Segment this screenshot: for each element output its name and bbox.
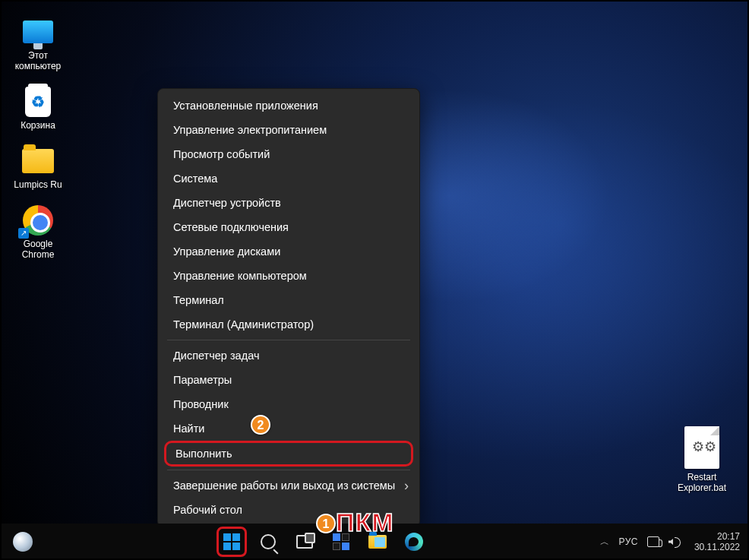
desktop-icon-label: Корзина bbox=[9, 120, 67, 131]
desktop-icon-folder[interactable]: Lumpics Ru bbox=[9, 144, 67, 190]
desktop[interactable]: { "desktop_icons": [ { "id": "this-pc", … bbox=[0, 0, 749, 560]
desktop-icon-label: Этоткомпьютер bbox=[9, 50, 67, 71]
annotation-badge-1: 1 bbox=[316, 514, 336, 533]
edge-icon bbox=[405, 533, 423, 551]
desktop-icon-chrome[interactable]: ↗ GoogleChrome bbox=[9, 204, 67, 260]
context-menu-item[interactable]: Найти bbox=[158, 416, 419, 441]
context-menu-item[interactable]: Терминал bbox=[158, 288, 419, 312]
windows-logo-icon bbox=[223, 533, 240, 550]
desktop-icon-recycle-bin[interactable]: ♻ Корзина bbox=[9, 85, 67, 131]
context-menu-item[interactable]: Проводник bbox=[158, 392, 419, 416]
context-menu-item[interactable]: Система bbox=[158, 166, 419, 191]
context-menu-item[interactable]: Завершение работы или выход из системы bbox=[158, 473, 419, 498]
desktop-icons-column: Этоткомпьютер ♻ Корзина Lumpics Ru ↗ Goo… bbox=[9, 15, 67, 274]
clock-button[interactable]: 20:17 30.11.2022 bbox=[690, 531, 744, 552]
desktop-icon-this-pc[interactable]: Этоткомпьютер bbox=[9, 15, 67, 71]
task-view-icon bbox=[296, 535, 313, 549]
start-context-menu: Установленные приложенияУправление элект… bbox=[157, 88, 420, 527]
shortcut-arrow-icon: ↗ bbox=[18, 228, 29, 239]
context-menu-item[interactable]: Диспетчер задач bbox=[158, 343, 419, 368]
annotation-text-rmb: ПКМ bbox=[336, 508, 394, 537]
system-tray: ︿ РУС 20:17 30.11.2022 bbox=[600, 531, 749, 552]
context-menu-item[interactable]: Управление компьютером bbox=[158, 264, 419, 288]
clock-date: 30.11.2022 bbox=[694, 542, 740, 552]
desktop-icon-label: Lumpics Ru bbox=[9, 179, 67, 190]
language-indicator[interactable]: РУС bbox=[618, 536, 638, 547]
start-button[interactable] bbox=[216, 527, 247, 557]
context-menu-item[interactable]: Просмотр событий bbox=[158, 142, 419, 166]
monitor-icon bbox=[23, 21, 53, 43]
recycle-bin-icon: ♻ bbox=[25, 87, 51, 117]
context-menu-item[interactable]: Терминал (Администратор) bbox=[158, 312, 419, 337]
task-view-button[interactable] bbox=[289, 527, 320, 557]
desktop-icon-label: RestartExplorer.bat bbox=[673, 472, 731, 493]
search-icon bbox=[261, 534, 276, 549]
context-menu-item[interactable]: Управление дисками bbox=[158, 239, 419, 264]
desktop-icon-label: GoogleChrome bbox=[9, 239, 67, 260]
annotation-badge-2: 2 bbox=[251, 415, 270, 435]
batch-file-icon: ⚙⚙ bbox=[684, 426, 719, 469]
taskbar-weather-widget[interactable] bbox=[13, 532, 33, 552]
context-menu-separator bbox=[167, 340, 410, 340]
context-menu-item[interactable]: Диспетчер устройств bbox=[158, 191, 419, 215]
volume-button[interactable] bbox=[668, 536, 681, 547]
network-button[interactable] bbox=[647, 536, 659, 547]
context-menu-separator bbox=[167, 470, 410, 470]
search-button[interactable] bbox=[253, 527, 283, 557]
folder-icon bbox=[22, 149, 54, 173]
context-menu-item[interactable]: Сетевые подключения bbox=[158, 215, 419, 239]
volume-icon bbox=[668, 536, 681, 547]
context-menu-item[interactable]: Управление электропитанием bbox=[158, 118, 419, 142]
context-menu-item[interactable]: Установленные приложения bbox=[158, 93, 419, 118]
context-menu-item[interactable]: Выполнить bbox=[164, 441, 413, 467]
network-icon bbox=[647, 536, 659, 547]
desktop-icon-bat-file[interactable]: ⚙⚙ RestartExplorer.bat bbox=[673, 426, 731, 493]
weather-icon bbox=[13, 532, 33, 552]
clock-time: 20:17 bbox=[694, 531, 740, 542]
tray-overflow-button[interactable]: ︿ bbox=[600, 536, 609, 549]
context-menu-item[interactable]: Параметры bbox=[158, 368, 419, 392]
edge-button[interactable] bbox=[399, 527, 429, 557]
